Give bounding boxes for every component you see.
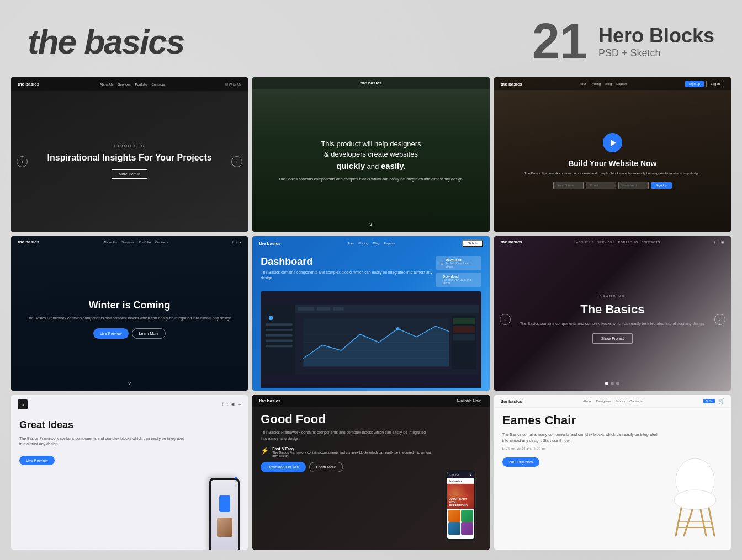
nav-link[interactable]: Explore bbox=[616, 82, 627, 86]
show-project-btn[interactable]: Show Project bbox=[592, 333, 633, 344]
card-2-body: This product will help designers & devel… bbox=[252, 89, 489, 232]
dot-3[interactable] bbox=[616, 382, 619, 385]
prev-arrow[interactable]: ‹ bbox=[17, 156, 28, 167]
phone-screen-content bbox=[211, 480, 238, 550]
live-preview-btn[interactable]: Live Preview bbox=[93, 328, 129, 339]
card-7: b f t ◉ ≡ Great Ideas The Basics Framewo… bbox=[11, 395, 248, 550]
food-item-1 bbox=[448, 510, 460, 522]
download-btn[interactable]: Download For $10 bbox=[261, 462, 305, 472]
name-input[interactable] bbox=[553, 182, 584, 189]
nav-link[interactable]: Pricing bbox=[591, 82, 601, 86]
learn-more-btn[interactable]: Learn More bbox=[132, 328, 166, 339]
card-2: the basics This product will help design… bbox=[252, 77, 489, 232]
svg-rect-22 bbox=[266, 345, 293, 347]
svg-point-24 bbox=[674, 490, 716, 510]
hero-subtitle: PSD + Sketch bbox=[598, 47, 714, 59]
card-8-nav: the basics Available Now bbox=[252, 395, 489, 407]
login-btn[interactable]: Log In bbox=[706, 81, 724, 87]
mac-download[interactable]: Download For Mac OSX 10.8 and above bbox=[436, 273, 481, 287]
card-8: the basics Available Now Good Food The B… bbox=[252, 395, 489, 550]
nav-link[interactable]: About bbox=[583, 399, 592, 403]
svg-rect-20 bbox=[266, 334, 293, 337]
hamburger-icon[interactable]: ≡ bbox=[239, 402, 242, 408]
card-4-body: Winter is Coming The Basics Framework co… bbox=[11, 248, 248, 391]
nav-link[interactable]: Explore bbox=[384, 242, 395, 245]
nav-link[interactable]: Contacts bbox=[155, 241, 168, 244]
prev-arrow[interactable]: ‹ bbox=[500, 314, 511, 325]
nav-link[interactable]: Services bbox=[118, 83, 130, 86]
next-arrow[interactable]: › bbox=[231, 156, 242, 167]
facebook-icon: f bbox=[222, 402, 224, 408]
buy-now-btn[interactable]: 288. Buy Now bbox=[502, 457, 540, 467]
nav-link[interactable]: Blog bbox=[373, 242, 380, 245]
svg-rect-18 bbox=[266, 323, 293, 326]
card-5-heading: Dashboard bbox=[261, 256, 436, 268]
cart-icon: 🛒 bbox=[718, 398, 724, 404]
nav-link[interactable]: Contacts bbox=[151, 83, 165, 86]
nav-link[interactable]: Portfolio bbox=[135, 83, 147, 86]
card-9-nav-links: About Designers Stores Contacts bbox=[583, 399, 643, 403]
card-4-heading: Winter is Coming bbox=[89, 300, 171, 311]
card-6-label: BRANDING bbox=[599, 295, 626, 298]
food-phone-screen: 4:21 PM ▲ the basics DUTCH BABYWITH PERS… bbox=[447, 472, 474, 539]
chair-svg bbox=[667, 450, 723, 538]
card-3-heading: Build Your Website Now bbox=[568, 159, 656, 168]
card-6-subtext: The Basics contains components and compl… bbox=[520, 321, 705, 327]
card-1-btn[interactable]: More Details bbox=[112, 169, 147, 179]
nav-link[interactable]: Blog bbox=[605, 82, 612, 86]
facebook-icon: f bbox=[232, 240, 234, 244]
card-7-nav: b f t ◉ ≡ bbox=[11, 395, 248, 414]
card-5-nav: the basics Tour Pricing Blog Explore Git… bbox=[252, 236, 489, 250]
instagram-icon: ● bbox=[239, 240, 241, 244]
phone-status-bar: 4:21 PM ▲ bbox=[447, 472, 474, 478]
dot-1[interactable] bbox=[605, 382, 608, 385]
github-btn[interactable]: Github bbox=[462, 239, 483, 247]
card-7-social: f t ◉ ≡ bbox=[222, 402, 242, 408]
nav-link[interactable]: Contacts bbox=[629, 399, 643, 403]
nav-link[interactable]: Portfolio bbox=[139, 241, 151, 244]
card-3-brand: the basics bbox=[501, 82, 522, 87]
signup-btn[interactable]: Sign up bbox=[685, 81, 704, 87]
email-input[interactable] bbox=[586, 182, 616, 189]
feature-item: ⚡ Fast & Easy The Basics Framework conta… bbox=[261, 447, 431, 457]
nav-link[interactable]: Tour bbox=[580, 82, 586, 86]
card-6-nav-links: ABOUT US SERVICES PORTFOLIO CONTACTS bbox=[576, 241, 660, 244]
nav-link[interactable]: About Us bbox=[100, 83, 114, 86]
dot-2[interactable] bbox=[235, 481, 237, 483]
play-button[interactable] bbox=[603, 133, 622, 152]
card-6-nav: the basics ABOUT US SERVICES PORTFOLIO C… bbox=[494, 236, 731, 248]
card-8-actions: Download For $10 Learn More bbox=[261, 462, 431, 472]
card-4-actions: Live Preview Learn More bbox=[93, 328, 166, 339]
app-nav-bar: the basics bbox=[447, 478, 474, 484]
password-input[interactable] bbox=[618, 182, 649, 189]
dot-1[interactable] bbox=[235, 477, 237, 479]
hero-count: 21 bbox=[532, 17, 587, 66]
windows-icon: ⊞ bbox=[441, 262, 443, 265]
nav-link[interactable]: Tour bbox=[348, 242, 354, 245]
dot-2[interactable] bbox=[611, 382, 614, 385]
card-5-top: Dashboard The Basics contains components… bbox=[261, 256, 481, 287]
card-8-phone-area: 4:21 PM ▲ the basics DUTCH BABYWITH PERS… bbox=[440, 412, 481, 544]
nav-link[interactable]: Stores bbox=[616, 399, 625, 403]
svg-point-12 bbox=[396, 327, 400, 330]
form-signup-btn[interactable]: Sign Up bbox=[651, 182, 671, 189]
card-9-text: Eames Chair The Basics contains many com… bbox=[502, 413, 662, 544]
nav-link[interactable]: About Us bbox=[103, 241, 117, 244]
windows-download[interactable]: ⊞ Download For Windows 8 and above bbox=[436, 256, 481, 270]
food-item-3 bbox=[448, 522, 460, 535]
dot-3[interactable] bbox=[235, 484, 237, 487]
next-arrow[interactable]: › bbox=[714, 314, 725, 325]
svg-point-17 bbox=[269, 316, 273, 320]
nav-link[interactable]: Services bbox=[121, 241, 134, 244]
play-icon bbox=[611, 140, 616, 146]
card-5-download: ⊞ Download For Windows 8 and above Downl… bbox=[436, 256, 481, 287]
live-preview-btn[interactable]: Live Preview bbox=[19, 456, 55, 465]
svg-rect-3 bbox=[298, 307, 314, 311]
learn-more-btn[interactable]: Learn More bbox=[309, 462, 343, 472]
card-8-brand: the basics bbox=[259, 398, 280, 403]
nav-link[interactable]: Designers bbox=[596, 399, 611, 403]
food-title: DUTCH BABYWITH PERSIMMONS bbox=[449, 497, 474, 507]
card-5-body: Dashboard The Basics contains components… bbox=[252, 250, 489, 391]
nav-link[interactable]: Pricing bbox=[358, 242, 368, 245]
feature-icon: ⚡ bbox=[261, 447, 269, 457]
